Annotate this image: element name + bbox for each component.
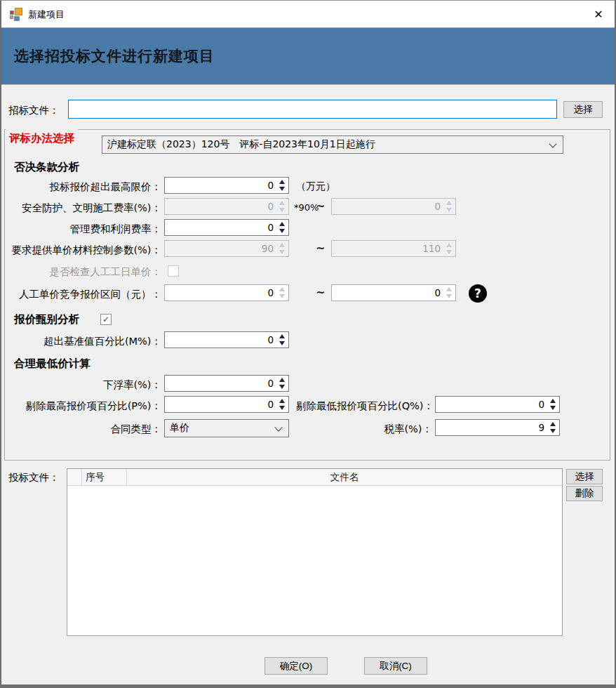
spinner-buttons[interactable]: [277, 220, 287, 234]
material-param-field: 90: [164, 240, 289, 257]
spinner-buttons[interactable]: [277, 397, 287, 411]
section-lowest-title: 合理最低价计算: [14, 357, 91, 371]
remove-low-label: 剔除最低报价项百分比(Q%)：: [296, 399, 432, 413]
bid-file-label: 招标文件：: [8, 104, 60, 117]
tender-file-table[interactable]: 序号 文件名: [67, 468, 563, 636]
float-down-label: 下浮率(%)：: [1, 378, 161, 392]
app-icon: [10, 8, 22, 20]
material-param-field-2: 110: [331, 240, 456, 257]
over-base-label: 超出基准值百分比(M%)：: [1, 335, 161, 348]
ok-button[interactable]: 确定(O): [265, 657, 328, 675]
labor-range-label: 人工单价竞争报价区间（元）：: [1, 288, 161, 301]
safety-tilde: ~: [316, 199, 325, 213]
window-title: 新建项目: [28, 8, 65, 21]
spinner-buttons: [277, 286, 287, 300]
over-limit-suffix: （万元）: [296, 180, 335, 193]
column-header-filename: 文件名: [127, 469, 562, 485]
tax-rate-field[interactable]: 9: [435, 419, 560, 436]
page-title: 选择招投标文件进行新建项目: [14, 46, 215, 66]
spinner-buttons: [277, 199, 287, 213]
over-limit-label: 投标报价超出最高限价：: [1, 180, 161, 194]
contract-type-value: 单价: [170, 420, 272, 437]
evaluation-method-dropdown[interactable]: 沪建标定联（2023）120号 评标-自2023年10月1日起施行: [102, 135, 563, 154]
labor-check-checkbox: [168, 265, 179, 277]
column-header-index: 序号: [82, 469, 127, 485]
tender-file-label: 投标文件：: [8, 471, 60, 484]
chevron-down-icon: [549, 140, 556, 147]
remove-high-label: 剔除最高报价项百分比(P%)：: [1, 399, 161, 413]
float-down-field[interactable]: 0: [164, 375, 289, 392]
bid-file-input[interactable]: [68, 100, 557, 119]
tender-delete-button[interactable]: 删除: [566, 486, 603, 501]
mgmt-profit-field[interactable]: 0: [164, 219, 289, 236]
tender-select-button[interactable]: 选择: [566, 469, 603, 484]
tax-rate-label: 税率(%)：: [296, 423, 432, 436]
labor-range-tilde: ~: [316, 286, 325, 299]
material-tilde: ~: [316, 242, 325, 255]
close-icon[interactable]: ✕: [589, 6, 608, 22]
labor-range-field[interactable]: 0: [164, 284, 289, 301]
section-veto-title: 否决条款分析: [14, 160, 79, 175]
contract-type-label: 合同类型：: [1, 423, 161, 436]
contract-type-dropdown[interactable]: 单价: [164, 419, 289, 437]
safety-rate-field-2: 0: [331, 198, 456, 215]
bid-file-select-button[interactable]: 选择: [563, 101, 603, 118]
method-group-title: 评标办法选择: [6, 127, 78, 150]
safety-rate-label: 安全防护、文明施工费率(%)：: [1, 201, 161, 215]
spinner-buttons: [444, 242, 454, 256]
help-icon[interactable]: ?: [469, 284, 487, 303]
safety-rate-field: 0: [164, 198, 289, 215]
new-project-dialog: 新建项目 ✕ 选择招投标文件进行新建项目 招标文件： 选择 评标办法选择 沪建标…: [0, 0, 616, 688]
dialog-header: 选择招投标文件进行新建项目: [1, 28, 615, 85]
screening-checkbox[interactable]: ✓: [100, 314, 112, 325]
row-selector-column: [67, 469, 82, 485]
remove-low-field[interactable]: 0: [435, 396, 560, 413]
spinner-buttons[interactable]: [277, 333, 287, 347]
over-limit-field[interactable]: 0: [164, 177, 289, 194]
spinner-buttons: [277, 242, 287, 256]
table-header: 序号 文件名: [67, 469, 562, 486]
labor-check-label: 是否检查人工工日单价：: [1, 265, 161, 279]
spinner-buttons[interactable]: [277, 376, 287, 390]
remove-high-field[interactable]: 0: [164, 396, 289, 413]
spinner-buttons: [444, 199, 454, 213]
spinner-buttons[interactable]: [548, 397, 558, 411]
spinner-buttons[interactable]: [277, 178, 287, 192]
title-bar: 新建项目 ✕: [1, 1, 615, 28]
chevron-down-icon: [274, 423, 282, 431]
material-param-label: 要求提供单价材料控制参数(%)：: [1, 244, 161, 257]
cancel-button[interactable]: 取消(C): [364, 657, 427, 675]
mgmt-profit-label: 管理费和利润费率：: [1, 223, 161, 236]
evaluation-method-value: 沪建标定联（2023）120号 评标-自2023年10月1日起施行: [107, 136, 546, 153]
spinner-buttons: [444, 286, 454, 300]
spinner-buttons[interactable]: [548, 421, 558, 435]
labor-range-field-2[interactable]: 0: [331, 284, 456, 301]
section-screening-title: 报价甄别分析: [14, 312, 79, 327]
over-base-field[interactable]: 0: [164, 331, 289, 348]
